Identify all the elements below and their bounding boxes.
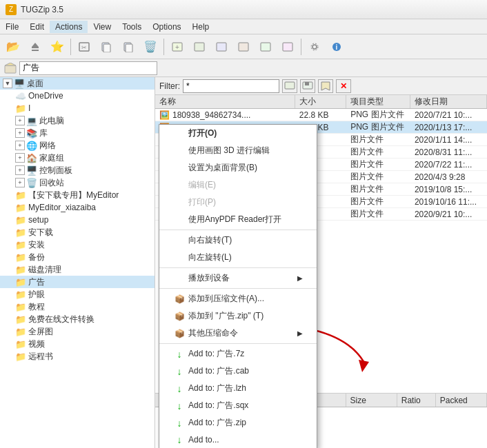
menu-tools[interactable]: Tools (117, 21, 147, 33)
filter-clear-btn[interactable]: ✕ (336, 79, 351, 93)
tree-expand-network[interactable]: + (15, 141, 25, 150)
tree-item-ads[interactable]: 📁 广告 (0, 276, 155, 288)
ctx-edit-3d[interactable]: 使用画图 3D 进行编辑 (159, 142, 317, 159)
ctx-add-to-archive[interactable]: 📦 添加到压缩文件(A)... (159, 290, 317, 307)
tree-item-library[interactable]: + 📚 库 (0, 127, 155, 139)
tree-item-fullscreen[interactable]: 📁 全屏图 (0, 325, 155, 338)
convert-label: 免费在线文件转换 (28, 314, 95, 325)
file-type-0: PNG 图片文件 (346, 109, 410, 121)
tree-item-tutorial[interactable]: 📁 教程 (0, 301, 155, 313)
tree-item-hueye[interactable]: 📁 护眼 (0, 288, 155, 301)
tree-expand-recycle[interactable]: + (15, 178, 25, 187)
toolbar-info-btn[interactable]: i (326, 37, 347, 57)
hueye-label: 护眼 (28, 289, 45, 301)
col-header-size[interactable]: 大小 (295, 95, 346, 108)
ctx-lzh-icon: ↓ (173, 383, 186, 394)
tree-expand-thispc[interactable]: + (15, 116, 25, 125)
convert-icon: 📁 (15, 314, 26, 324)
tree-item-myeditor-xzb[interactable]: 📁 MyEditor_xiazaiba (0, 201, 155, 214)
toolbar-btn-4[interactable] (96, 37, 117, 57)
menu-view[interactable]: View (88, 21, 117, 33)
menu-edit[interactable]: Edit (24, 21, 50, 33)
ctx-add-cab[interactable]: ↓ Add to: 广告.cab (159, 363, 317, 380)
tree-expand-desktop[interactable]: ▼ (3, 79, 12, 88)
ctx-add-7z[interactable]: ↓ Add to: 广告.7z (159, 345, 317, 363)
menu-options[interactable]: Options (147, 21, 186, 33)
ctx-rotate-right[interactable]: 向右旋转(T) (159, 232, 317, 249)
ctx-play-device[interactable]: 播放到设备 ▶ (159, 269, 317, 287)
ctx-open[interactable]: 打开(O) (159, 125, 317, 142)
onedrive-label: OneDrive (28, 91, 63, 101)
ctx-rotate-left[interactable]: 向左旋转(L) (159, 249, 317, 266)
tree-expand-library[interactable]: + (15, 128, 25, 138)
tree-item-onedrive[interactable]: ☁️ OneDrive (0, 90, 155, 102)
tree-item-remotebook[interactable]: 📁 远程书 (0, 350, 155, 363)
toolbar-btn-10[interactable] (233, 37, 254, 57)
homegroup-label: 家庭组 (39, 152, 64, 164)
ctx-set-wallpaper[interactable]: 设置为桌面背景(B) (159, 159, 317, 176)
tree-item-myeditor-special[interactable]: 📁 【安下载专用】MyEditor (0, 189, 155, 201)
tree-item-setup[interactable]: 📁 setup (0, 214, 155, 226)
toolbar-btn-6[interactable]: 🗑️ (140, 37, 161, 57)
ctx-anypdf[interactable]: 使用AnyPDF Reader打开 (159, 211, 317, 228)
menu-help[interactable]: Help (187, 21, 215, 33)
tree-item-thispc[interactable]: + 💻 此电脑 (0, 114, 155, 127)
menu-file[interactable]: File (0, 21, 24, 33)
tree-item-anzaixia[interactable]: 📁 安下载 (0, 226, 155, 238)
library-icon: 📚 (26, 128, 37, 138)
tree-item-backup[interactable]: 📁 备份 (0, 251, 155, 263)
toolbar-open-btn[interactable]: 📂 (3, 37, 23, 57)
filter-save-btn[interactable] (300, 79, 315, 93)
toolbar-btn-11[interactable] (255, 37, 276, 57)
tree-item-diskclean[interactable]: 📁 磁盘清理 (0, 263, 155, 276)
ctx-add-sqx[interactable]: ↓ Add to: 广告.sqx (159, 397, 317, 414)
tree-expand-homegroup[interactable]: + (15, 153, 25, 163)
filter-input[interactable] (183, 79, 279, 93)
tree-item-recycle[interactable]: + 🗑️ 回收站 (0, 176, 155, 189)
address-input[interactable] (19, 61, 157, 75)
svg-rect-22 (285, 82, 295, 89)
ctx-addto-icon: ↓ (173, 434, 186, 445)
toolbar-star-btn[interactable]: ⭐ (47, 37, 68, 57)
ctx-other-compress[interactable]: 📦 其他压缩命令 ▶ (159, 325, 317, 342)
toolbar-btn-9[interactable] (211, 37, 232, 57)
col-header-type[interactable]: 项目类型 (346, 95, 410, 108)
menu-actions[interactable]: Actions (50, 21, 88, 33)
ctx-sep-2 (159, 267, 317, 268)
toolbar-btn-3[interactable]: ✂ (74, 37, 95, 57)
tree-item-homegroup[interactable]: + 🏠 家庭组 (0, 152, 155, 164)
toolbar-btn-8[interactable] (189, 37, 210, 57)
ctx-add-lzh[interactable]: ↓ Add to: 广告.lzh (159, 380, 317, 397)
filter-open-btn[interactable] (282, 79, 297, 93)
tree-item-convert[interactable]: 📁 免费在线文件转换 (0, 313, 155, 325)
file-row-0[interactable]: 🖼️180938_94862734.... 22.8 KB PNG 图片文件 2… (155, 109, 487, 121)
toolbar-btn-12[interactable] (277, 37, 298, 57)
toolbar: 📂 ⭐ ✂ 🗑️ + i (0, 34, 487, 59)
tree-item-anzhuang[interactable]: 📁 安装 (0, 238, 155, 251)
filter-open2-btn[interactable] (318, 79, 333, 93)
ctx-add-to-zip[interactable]: 📦 添加到 "广告.zip" (T) (159, 307, 317, 325)
tree-item-network[interactable]: + 🌐 网络 (0, 139, 155, 152)
ctx-edit: 编辑(E) (159, 176, 317, 194)
ctx-cab-icon: ↓ (173, 366, 186, 377)
toolbar-btn-7[interactable]: + (167, 37, 188, 57)
file-date-5: 2020/4/3 9:28 (410, 172, 487, 182)
tree-item-controlpanel[interactable]: + 🖥️ 控制面板 (0, 164, 155, 176)
col-header-name[interactable]: 名称 (155, 95, 295, 108)
tree-item-i[interactable]: 📁 I (0, 102, 155, 114)
file-date-6: 2019/10/8 15:... (410, 185, 487, 194)
tree-item-desktop[interactable]: ▼ 🖥️ 桌面 (0, 77, 155, 90)
filter-bar: Filter: ✕ (155, 77, 487, 95)
toolbar-gear-btn[interactable] (304, 37, 325, 57)
ctx-add-to[interactable]: ↓ Add to... (159, 431, 317, 448)
tree-item-video[interactable]: 📁 视频 (0, 338, 155, 350)
col-header-date[interactable]: 修改日期 (410, 95, 487, 108)
tutorial-label: 教程 (28, 301, 45, 313)
toolbar-up-btn[interactable] (25, 37, 46, 57)
app-title: TUGZip 3.5 (21, 5, 63, 14)
toolbar-btn-5[interactable] (118, 37, 139, 57)
tree-expand-controlpanel[interactable]: + (15, 165, 25, 175)
svg-text:✂: ✂ (81, 44, 87, 51)
ctx-add-zip[interactable]: ↓ Add to: 广告.zip (159, 414, 317, 431)
recycle-label: 回收站 (39, 177, 64, 189)
